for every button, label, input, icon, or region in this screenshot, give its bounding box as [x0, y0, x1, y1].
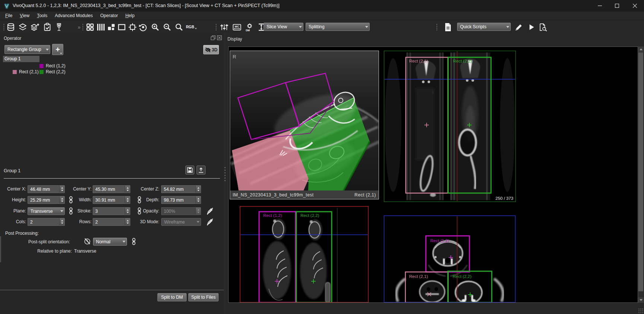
spinner-buttons[interactable]	[195, 196, 201, 204]
script-document-button[interactable]	[443, 22, 452, 32]
scroll-up-button[interactable]	[638, 47, 644, 52]
zoom-in-icon	[151, 23, 160, 32]
save-group-button[interactable]	[185, 166, 194, 174]
menu-view[interactable]: View	[16, 12, 33, 19]
center-y-field[interactable]: 45.30 mm	[93, 185, 130, 193]
edit-script-button[interactable]	[514, 22, 523, 32]
rows-field[interactable]: 2	[93, 218, 130, 226]
split-to-dm-button[interactable]: Split to DM	[157, 293, 186, 301]
minimize-button[interactable]	[591, 0, 608, 12]
play-icon	[527, 23, 536, 32]
window-resize-grip[interactable]	[638, 308, 643, 313]
toolbar-grip[interactable]	[82, 23, 84, 31]
close-panel-icon[interactable]	[217, 35, 222, 40]
split-to-files-button[interactable]: Split to Files	[188, 293, 219, 301]
rect-1-2-swatch	[39, 64, 44, 68]
multi-channel-button[interactable]: MC	[232, 22, 242, 32]
spinner-buttons[interactable]	[125, 196, 130, 204]
toolbar-grip[interactable]	[3, 23, 5, 31]
menu-operator[interactable]: Operator	[96, 12, 121, 19]
toolbar-grip[interactable]	[436, 23, 438, 31]
zoom-in-button[interactable]	[150, 22, 160, 32]
float-panel-icon[interactable]	[211, 35, 216, 40]
minimize-icon	[598, 4, 602, 8]
coronal-view[interactable]: Rect (2,1) Rect (2,2) 250 / 373	[384, 51, 516, 202]
tree-item-rect-1-2[interactable]: Rect (1,2)	[46, 63, 66, 68]
data-manager-button[interactable]	[6, 22, 15, 32]
spinner-buttons[interactable]	[59, 186, 64, 193]
transverse-view[interactable]: Rect (1,2) Rect (2,1) Rect (2,2)	[384, 215, 516, 302]
spinner-buttons[interactable]	[125, 218, 130, 225]
layout-columns-button[interactable]	[96, 22, 105, 32]
depth-field[interactable]: 98.73 mm	[161, 196, 201, 204]
tree-item-rect-2-2[interactable]: Rect (2,2)	[46, 69, 66, 74]
toolbar-grip[interactable]	[215, 23, 217, 31]
stroke-field[interactable]: 3	[93, 207, 130, 215]
layers-button[interactable]	[18, 22, 27, 32]
chevron-down-icon	[45, 49, 50, 51]
menu-tools[interactable]: Tools	[33, 12, 51, 19]
menu-help[interactable]: Help	[122, 12, 138, 19]
export-group-button[interactable]	[197, 166, 205, 174]
toggle-3d-button[interactable]: 3D	[203, 45, 219, 54]
magnify-button[interactable]	[174, 22, 184, 32]
spinner-buttons[interactable]	[195, 186, 201, 193]
quick-scripts-combo[interactable]: Quick Scripts	[457, 23, 511, 31]
display-viewport[interactable]: R IM_NS_20230413_3_bed_tc99m_test Rect (…	[228, 47, 638, 303]
export-icon	[198, 167, 204, 173]
menu-advanced-modules[interactable]: Advanced Modules	[51, 12, 96, 19]
width-field[interactable]: 30.91 mm	[93, 196, 130, 204]
splitting-combo[interactable]: Splitting	[306, 23, 370, 31]
add-layer-button[interactable]	[30, 22, 39, 32]
rectangle-icon	[117, 23, 126, 32]
add-operator-button[interactable]: +	[52, 44, 63, 55]
run-script-button[interactable]	[526, 22, 536, 32]
operator-type-combo[interactable]: Rectangle Group	[4, 45, 50, 54]
maximize-button[interactable]	[608, 0, 625, 12]
no-edit-pen-icon[interactable]	[206, 207, 214, 215]
spinner-buttons[interactable]	[59, 218, 64, 225]
section-divider	[4, 178, 220, 179]
scout-view[interactable]: R IM_NS_20230413_3_bed_tc99m_test Rect (…	[230, 51, 379, 199]
sagittal-view[interactable]: Rect (1,2) Rect (2,2)	[240, 206, 369, 302]
reset-view-button[interactable]	[138, 22, 148, 32]
sliders-icon	[220, 23, 229, 32]
display-scrollbar[interactable]	[638, 47, 644, 303]
vivoquant-glass-icon	[54, 23, 64, 32]
no-edit-pen-icon[interactable]	[206, 218, 214, 226]
magnifier-icon	[175, 23, 184, 32]
dm-settings-button[interactable]: DM	[245, 22, 254, 32]
vivoquant-tool-button[interactable]	[54, 22, 64, 32]
spinner-buttons[interactable]	[59, 196, 64, 204]
link-orientation-icon[interactable]	[131, 238, 137, 245]
relative-to-plane-label: Relative to plane:	[0, 249, 72, 254]
plus-icon: +	[55, 45, 60, 54]
center-z-field[interactable]: 54.82 mm	[161, 185, 201, 193]
window-level-button[interactable]	[220, 22, 229, 32]
layout-grid-button[interactable]	[85, 22, 95, 32]
post-split-orientation-combo[interactable]: Normal	[93, 238, 127, 246]
zoom-out-button[interactable]	[162, 22, 172, 32]
rectangle-tool-button[interactable]	[117, 22, 126, 32]
plane-combo[interactable]: Transverse	[28, 207, 65, 215]
scroll-down-button[interactable]	[638, 297, 644, 303]
rgb-channels-button[interactable]: RGB	[185, 22, 197, 32]
crop-tool-button[interactable]	[128, 22, 137, 32]
scrollbar-thumb[interactable]	[638, 52, 643, 291]
database-icon	[6, 23, 15, 32]
checklist-button[interactable]	[42, 22, 52, 32]
cols-field[interactable]: 2	[28, 218, 65, 226]
tree-item-group1[interactable]: Group 1	[3, 56, 39, 62]
menu-file[interactable]: File	[1, 12, 16, 19]
slice-view-combo[interactable]: Slice View	[264, 23, 303, 31]
tree-item-rect-2-1[interactable]: Rect (2,1)	[19, 69, 39, 74]
spinner-buttons[interactable]	[125, 208, 130, 215]
spinner-buttons[interactable]	[125, 186, 130, 193]
height-field[interactable]: 25.29 mm	[28, 196, 65, 204]
layout-mosaic-button[interactable]	[106, 22, 116, 32]
center-x-field[interactable]: 46.48 mm	[28, 185, 65, 193]
browse-scripts-button[interactable]	[538, 22, 548, 32]
close-button[interactable]	[625, 0, 644, 12]
clock-slash-icon[interactable]	[84, 238, 91, 245]
display-panel: Display	[226, 33, 644, 314]
